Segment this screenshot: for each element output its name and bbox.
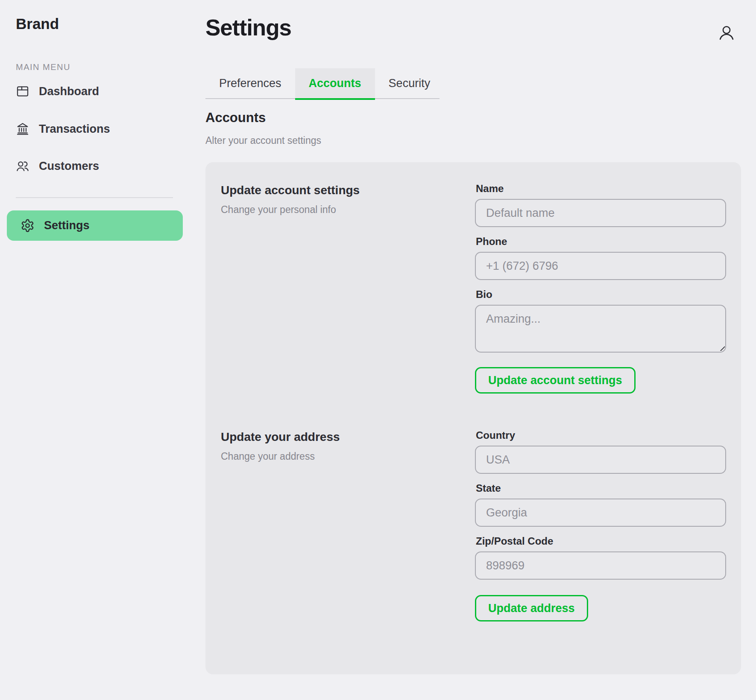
users-icon	[16, 159, 29, 173]
page-title: Settings	[205, 15, 291, 41]
phone-label: Phone	[476, 236, 726, 248]
sidebar-item-label: Settings	[44, 219, 90, 232]
settings-tab-bar: Preferences Accounts Security	[205, 68, 444, 98]
dashboard-layout-icon	[16, 85, 29, 98]
tab-preferences[interactable]: Preferences	[205, 68, 295, 98]
bank-icon	[16, 122, 29, 136]
update-account-heading: Update account settings	[221, 184, 475, 197]
phone-input[interactable]	[475, 252, 726, 280]
tab-accounts[interactable]: Accounts	[295, 68, 375, 98]
sidebar-item-transactions[interactable]: Transactions	[16, 122, 110, 136]
state-input[interactable]	[475, 499, 726, 527]
user-icon[interactable]	[718, 24, 735, 42]
bio-textarea[interactable]	[475, 305, 726, 353]
update-address-heading: Update your address	[221, 430, 475, 444]
tab-security[interactable]: Security	[375, 68, 444, 98]
textarea-resize-handle[interactable]	[719, 345, 725, 351]
accounts-section-heading: Accounts	[205, 110, 266, 125]
accounts-section-subtitle: Alter your account settings	[205, 135, 321, 146]
sidebar-item-label: Customers	[39, 160, 99, 173]
sidebar-item-label: Transactions	[39, 122, 110, 136]
brand-title: Brand	[16, 15, 59, 32]
accounts-settings-card: Update account settings Change your pers…	[205, 162, 741, 674]
update-address-button[interactable]: Update address	[475, 595, 588, 621]
sidebar-item-customers[interactable]: Customers	[16, 159, 99, 173]
main-menu-label: MAIN MENU	[16, 62, 70, 72]
gear-icon	[21, 219, 35, 233]
name-input[interactable]	[475, 199, 726, 227]
name-label: Name	[476, 183, 726, 195]
update-account-subtitle: Change your personal info	[221, 204, 475, 216]
bio-label: Bio	[476, 289, 726, 300]
sidebar-divider	[16, 197, 173, 198]
sidebar-item-settings[interactable]: Settings	[7, 210, 183, 241]
state-label: State	[476, 482, 726, 494]
update-address-section: Update your address Change your address …	[221, 429, 726, 621]
country-input[interactable]	[475, 446, 726, 474]
update-account-settings-button[interactable]: Update account settings	[475, 367, 636, 394]
zip-input[interactable]	[475, 551, 726, 580]
update-account-section: Update account settings Change your pers…	[221, 183, 726, 394]
zip-label: Zip/Postal Code	[476, 535, 726, 547]
update-address-subtitle: Change your address	[221, 451, 475, 462]
country-label: Country	[476, 429, 726, 441]
sidebar-item-dashboard[interactable]: Dashboard	[16, 85, 99, 98]
sidebar-item-label: Dashboard	[39, 85, 99, 98]
